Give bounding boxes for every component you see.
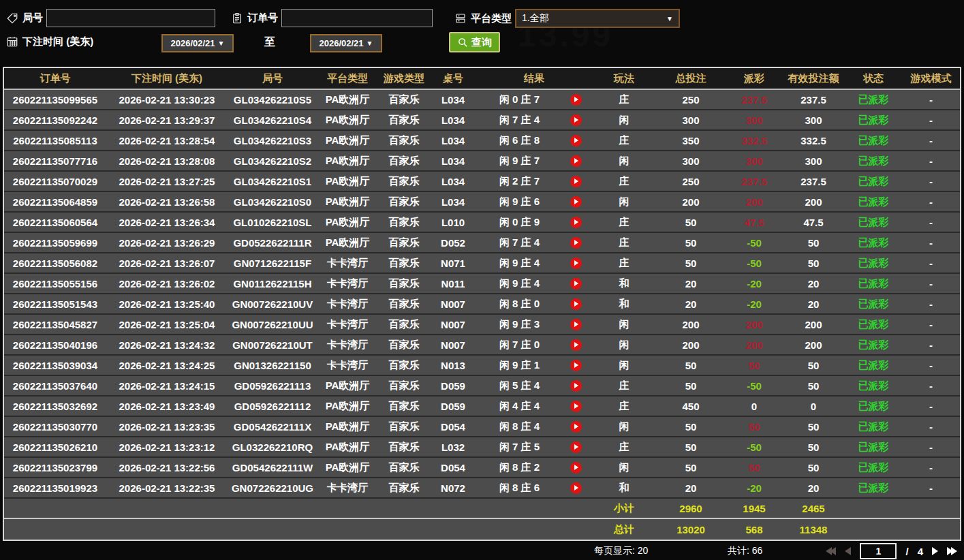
previous-page-button[interactable] bbox=[845, 547, 851, 555]
clipboard-icon bbox=[230, 12, 244, 25]
first-page-button[interactable] bbox=[826, 547, 836, 555]
cell-play: 庄 bbox=[593, 236, 655, 249]
subtotal-valid: 2465 bbox=[782, 503, 845, 514]
cell-payout: 237.5 bbox=[726, 176, 782, 187]
query-button[interactable]: 查询 bbox=[449, 32, 500, 52]
cell-platform: PA欧洲厅 bbox=[317, 93, 377, 106]
replay-play-icon[interactable] bbox=[570, 196, 582, 208]
replay-play-icon[interactable] bbox=[570, 339, 582, 351]
date-to-picker[interactable]: 2026/02/21 ▼ bbox=[310, 34, 382, 52]
query-button-label: 查询 bbox=[471, 36, 492, 49]
col-play: 玩法 bbox=[593, 72, 655, 85]
replay-play-icon[interactable] bbox=[570, 482, 582, 494]
replay-play-icon[interactable] bbox=[570, 258, 582, 269]
cell-status: 已派彩 bbox=[845, 482, 902, 495]
cell-round: GN007262210UV bbox=[228, 298, 317, 310]
result-text: 闲 9 庄 4 bbox=[487, 257, 553, 270]
order-input[interactable] bbox=[281, 9, 433, 27]
col-status: 状态 bbox=[845, 72, 902, 85]
cell-payout: 200 bbox=[726, 196, 782, 208]
table-row: 260221135059699 2026-02-21 13:26:29 GD05… bbox=[4, 233, 960, 253]
platform-select[interactable]: 1.全部 ▼ bbox=[515, 9, 680, 28]
cell-table: L034 bbox=[431, 114, 476, 126]
replay-play-icon[interactable] bbox=[570, 462, 582, 473]
replay-play-icon[interactable] bbox=[570, 135, 582, 146]
table-row: 260221135039034 2026-02-21 13:24:25 GN01… bbox=[4, 356, 960, 376]
records-table: 订单号 下注时间 (美东) 局号 平台类型 游戏类型 桌号 结果 玩法 总投注 … bbox=[3, 67, 961, 541]
replay-play-icon[interactable] bbox=[570, 94, 582, 106]
date-from-picker[interactable]: 2026/02/21 ▼ bbox=[161, 34, 234, 52]
cell-table: L034 bbox=[431, 176, 476, 187]
cell-time: 2026-02-21 13:22:56 bbox=[106, 462, 228, 473]
result-text: 闲 9 庄 7 bbox=[487, 155, 553, 168]
cell-payout: 300 bbox=[726, 114, 782, 126]
table-row: 260221135023799 2026-02-21 13:22:56 GD05… bbox=[4, 458, 960, 478]
replay-play-icon[interactable] bbox=[570, 360, 582, 371]
cell-bet: 20 bbox=[655, 482, 726, 494]
table-row: 260221135032692 2026-02-21 13:23:49 GD05… bbox=[4, 396, 960, 417]
date-from-wrap: 2026/02/21 ▼ bbox=[161, 34, 234, 52]
cell-platform: PA欧洲厅 bbox=[317, 196, 377, 208]
col-order: 订单号 bbox=[4, 72, 106, 85]
cell-mode: - bbox=[902, 441, 960, 453]
result-text: 闲 8 庄 0 bbox=[487, 298, 553, 311]
page-number-input[interactable] bbox=[860, 543, 897, 559]
replay-play-icon[interactable] bbox=[570, 441, 582, 453]
chevron-down-icon: ▼ bbox=[218, 40, 225, 47]
cell-valid: 50 bbox=[782, 462, 845, 473]
next-page-button[interactable] bbox=[932, 547, 938, 555]
server-stack-icon bbox=[454, 12, 467, 25]
cell-valid: 300 bbox=[782, 114, 845, 126]
cell-valid: 50 bbox=[782, 258, 845, 269]
table-row: 260221135037640 2026-02-21 13:24:15 GD05… bbox=[4, 376, 960, 396]
replay-play-icon[interactable] bbox=[570, 217, 582, 228]
total-row: 总计 13020 568 11348 bbox=[4, 519, 960, 540]
cell-result: 闲 8 庄 4 bbox=[476, 420, 593, 433]
cell-valid: 50 bbox=[782, 360, 845, 371]
result-text: 闲 6 庄 8 bbox=[487, 134, 553, 147]
table-row: 260221135064859 2026-02-21 13:26:58 GL03… bbox=[4, 192, 960, 213]
cell-status: 已派彩 bbox=[845, 359, 902, 372]
cell-valid: 200 bbox=[782, 319, 845, 330]
cell-round: GL034262210S0 bbox=[228, 196, 317, 208]
last-page-button[interactable] bbox=[947, 547, 957, 555]
round-input[interactable] bbox=[46, 9, 215, 27]
replay-play-icon[interactable] bbox=[570, 237, 582, 249]
cell-platform: 卡卡湾厅 bbox=[317, 482, 377, 495]
replay-play-icon[interactable] bbox=[570, 401, 582, 412]
cell-round: GD0542622111W bbox=[228, 462, 317, 473]
subtotal-payout: 1945 bbox=[726, 503, 782, 514]
cell-mode: - bbox=[902, 135, 960, 146]
table-row: 260221135060564 2026-02-21 13:26:34 GL01… bbox=[4, 213, 960, 233]
replay-play-icon[interactable] bbox=[570, 421, 582, 433]
result-text: 闲 2 庄 7 bbox=[487, 175, 553, 188]
cell-play: 闲 bbox=[593, 318, 655, 331]
replay-play-icon[interactable] bbox=[570, 114, 582, 126]
query-wrap: 查询 bbox=[449, 32, 500, 52]
cell-mode: - bbox=[902, 360, 960, 371]
cell-game: 百家乐 bbox=[377, 93, 431, 106]
cell-valid: 332.5 bbox=[782, 135, 845, 146]
cell-time: 2026-02-21 13:23:35 bbox=[106, 421, 228, 433]
cell-table: N007 bbox=[431, 339, 476, 351]
replay-play-icon[interactable] bbox=[570, 278, 582, 290]
col-mode: 游戏模式 bbox=[902, 72, 960, 85]
cell-valid: 200 bbox=[782, 196, 845, 208]
replay-play-icon[interactable] bbox=[570, 319, 582, 330]
replay-play-icon[interactable] bbox=[570, 298, 582, 310]
result-text: 闲 9 庄 3 bbox=[487, 318, 553, 331]
cell-time: 2026-02-21 13:25:40 bbox=[106, 298, 228, 310]
tag-icon bbox=[5, 12, 19, 25]
cell-time: 2026-02-21 13:24:15 bbox=[106, 380, 228, 392]
replay-play-icon[interactable] bbox=[570, 176, 582, 187]
cell-game: 百家乐 bbox=[377, 379, 431, 392]
replay-play-icon[interactable] bbox=[570, 155, 582, 167]
cell-table: D052 bbox=[431, 237, 476, 249]
cell-mode: - bbox=[902, 196, 960, 208]
order-filter: 订单号 bbox=[230, 9, 433, 27]
cell-result: 闲 9 庄 1 bbox=[476, 359, 593, 372]
page-separator: / bbox=[905, 546, 908, 557]
cell-result: 闲 9 庄 4 bbox=[476, 257, 593, 270]
replay-play-icon[interactable] bbox=[570, 380, 582, 392]
cell-order: 260221135030770 bbox=[4, 421, 106, 433]
